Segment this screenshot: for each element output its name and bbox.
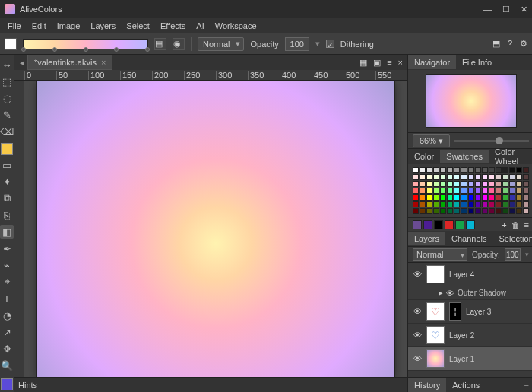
recent-swatch[interactable] [434,220,443,229]
menu-file[interactable]: File [3,20,26,32]
swatch-cell[interactable] [468,181,474,187]
swatch-cell[interactable] [468,201,474,207]
swatch-cell[interactable] [433,174,439,180]
swatch-cell[interactable] [440,201,446,207]
swatch-cell[interactable] [447,188,453,194]
swatch-cell[interactable] [461,188,467,194]
swatch-cell[interactable] [509,174,515,180]
tool-eyedrop[interactable]: ⌖ [0,275,14,289]
swatch-cell[interactable] [413,167,419,173]
swatch-cell[interactable] [475,174,481,180]
swatch-cell[interactable] [502,194,508,201]
swatch-cell[interactable] [454,194,460,201]
menu-select[interactable]: Select [122,20,154,32]
zoom-value[interactable]: 66% ▾ [413,134,450,147]
blend-mode-select[interactable]: Normal [198,37,244,51]
menu-image[interactable]: Image [52,20,85,32]
settings-icon[interactable]: ⚙ [520,39,527,49]
tool-move[interactable]: ↔ [0,58,14,71]
swatch-cell[interactable] [509,188,515,194]
swatch-cell[interactable] [516,201,522,207]
swatch-cell[interactable] [420,201,426,207]
swatch-cell[interactable] [447,174,453,180]
swatch-cell[interactable] [413,181,419,187]
menu-edit[interactable]: Edit [27,20,51,32]
tab-swatches[interactable]: Swatches [440,150,489,163]
swatch-cell[interactable] [516,208,522,214]
tab-selections[interactable]: Selections [493,232,532,245]
swatch-cell[interactable] [475,181,481,187]
layer-row[interactable]: 👁♡¦Layer 3 [408,300,532,324]
add-swatch-icon[interactable]: + [502,220,506,229]
swatch-cell[interactable] [468,188,474,194]
swatch-cell[interactable] [523,167,529,173]
tool-wand[interactable]: ✦ [0,175,14,188]
swatch-cell[interactable] [523,181,529,187]
swatch-cell[interactable] [426,208,432,214]
visibility-icon[interactable]: 👁 [413,354,422,363]
minimize-button[interactable]: — [483,5,492,14]
tool-gradient[interactable]: ◧ [0,225,14,239]
swatch-cell[interactable] [447,167,453,173]
tool-stamp[interactable]: ⧉ [0,191,14,205]
visibility-icon[interactable]: 👁 [413,270,422,279]
tab-navigator[interactable]: Navigator [408,55,456,69]
doc-close-icon[interactable]: × [398,58,403,68]
swatch-cell[interactable] [440,194,446,201]
visibility-icon[interactable]: 👁 [413,307,422,316]
swatch-cell[interactable] [482,188,488,194]
recent-swatch[interactable] [413,220,422,229]
swatch-cell[interactable] [454,201,460,207]
swatch-cell[interactable] [516,181,522,187]
tool-eraser[interactable]: ⌫ [0,125,14,138]
swatch-cell[interactable] [454,208,460,214]
history-menu-icon[interactable]: ≡ [518,378,532,392]
swatch-cell[interactable] [468,194,474,201]
swatch-cell[interactable] [489,194,495,201]
swatch-cell[interactable] [454,188,460,194]
swatch-cell[interactable] [489,167,495,173]
swatch-cell[interactable] [461,194,467,201]
swatch-cell[interactable] [516,194,522,201]
tool-line[interactable]: ↗ [0,325,14,339]
swatch-cell[interactable] [509,181,515,187]
swatch-cell[interactable] [468,174,474,180]
swatch-cell[interactable] [482,194,488,201]
swatch-cell[interactable] [482,181,488,187]
swatch-cell[interactable] [433,194,439,201]
swatch-cell[interactable] [454,174,460,180]
swatch-cell[interactable] [468,167,474,173]
menu-effects[interactable]: Effects [156,20,190,32]
swatch-cell[interactable] [516,188,522,194]
gradient-type-linear[interactable]: ▤ [154,38,166,50]
layer-blend-select[interactable]: Normal [413,248,467,261]
layer-mask[interactable]: ¦ [449,302,461,321]
doc-icon-3[interactable]: ≡ [387,58,391,68]
gradient-editor[interactable] [23,39,148,49]
swatch-cell[interactable] [461,174,467,180]
recent-swatch[interactable] [423,220,432,229]
swatch-cell[interactable] [426,167,432,173]
swatch-cell[interactable] [502,188,508,194]
swatch-cell[interactable] [440,167,446,173]
tool-marquee[interactable]: ⬚ [0,74,14,88]
swatch-cell[interactable] [447,194,453,201]
swatch-cell[interactable] [475,208,481,214]
tool-pen[interactable]: ✒ [0,242,14,255]
canvas-area[interactable] [24,81,407,377]
layer-row[interactable]: 👁♡Layer 2 [408,324,532,347]
layer-opacity-input[interactable]: 100 [505,248,521,261]
tool-patch[interactable]: ⎘ [0,208,14,222]
swatch-cell[interactable] [502,174,508,180]
navigator-preview[interactable] [408,70,532,132]
canvas[interactable] [37,81,394,377]
swatch-cell[interactable] [420,208,426,214]
doc-icon-2[interactable]: ▣ [373,58,381,68]
swatch-cell[interactable] [489,188,495,194]
swatch-cell[interactable] [413,194,419,201]
swatch-cell[interactable] [454,181,460,187]
swatch-cell[interactable] [523,188,529,194]
swatch-cell[interactable] [426,194,432,201]
swatches-grid[interactable] [408,164,532,217]
swatch-cell[interactable] [502,208,508,214]
